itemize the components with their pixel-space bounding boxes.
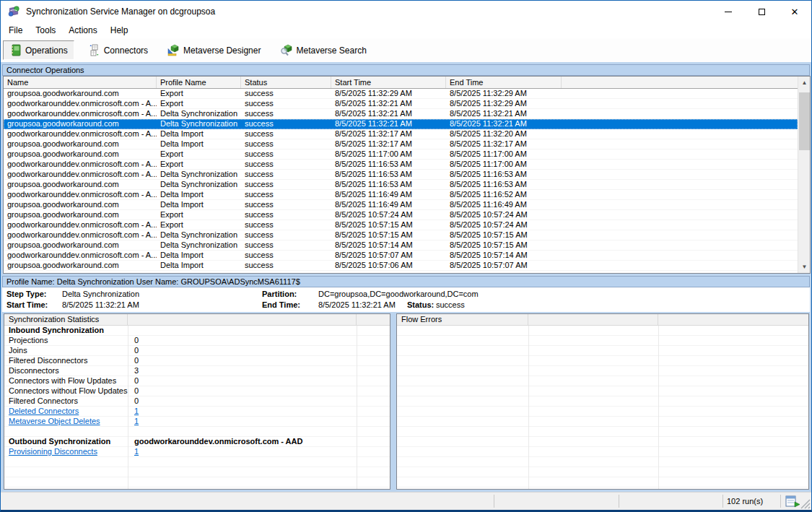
operations-button[interactable]: Operations xyxy=(3,40,74,60)
flow-errors-header-label[interactable]: Flow Errors xyxy=(397,314,528,325)
connectors-button[interactable]: Connectors xyxy=(82,40,154,60)
stat-label[interactable]: Provisioning Disconnects xyxy=(9,447,97,456)
table-cell: 8/5/2025 10:57:15 AM xyxy=(446,240,562,250)
stat-value: 0 xyxy=(134,346,139,355)
flow-errors-header-empty1 xyxy=(528,314,658,325)
resize-grip[interactable] xyxy=(800,499,811,509)
table-cell: Delta Synchronization xyxy=(157,109,241,118)
table-row[interactable]: goodworkarounddev.onmicrosoft.com - A...… xyxy=(4,160,798,170)
table-cell: groupsoa.goodworkaround.com xyxy=(4,200,157,209)
step-type-value: Delta Synchronization xyxy=(62,290,139,298)
menu-file[interactable]: File xyxy=(2,23,29,38)
table-row[interactable]: goodworkarounddev.onmicrosoft.com - A...… xyxy=(4,99,798,109)
table-row[interactable]: groupsoa.goodworkaround.comDelta Imports… xyxy=(4,200,798,210)
table-row[interactable]: groupsoa.goodworkaround.comDelta Imports… xyxy=(4,139,798,149)
statistics-header-empty1 xyxy=(128,314,357,325)
table-row[interactable]: goodworkarounddev.onmicrosoft.com - A...… xyxy=(4,220,798,230)
maximize-button[interactable] xyxy=(745,1,778,22)
statistics-header-label[interactable]: Synchronization Statistics xyxy=(4,314,128,325)
table-cell: goodworkarounddev.onmicrosoft.com - A... xyxy=(4,251,157,260)
stat-label[interactable]: Metaverse Object Deletes xyxy=(9,417,100,426)
table-row[interactable]: groupsoa.goodworkaround.comExportsuccess… xyxy=(4,89,798,99)
status-label: Status: xyxy=(407,300,434,309)
grid-line xyxy=(658,326,659,489)
table-cell: 8/5/2025 11:16:53 AM xyxy=(331,160,446,169)
scrollbar-thumb[interactable] xyxy=(799,92,810,150)
metaverse-search-button[interactable]: Metaverse Search xyxy=(274,40,372,60)
table-cell: success xyxy=(241,210,331,220)
column-header-name[interactable]: Name xyxy=(4,77,157,88)
menu-tools[interactable]: Tools xyxy=(29,23,62,38)
stat-value: 0 xyxy=(134,356,139,365)
stat-label: Connectors with Flow Updates xyxy=(9,376,116,386)
table-row[interactable]: groupsoa.goodworkaround.comExportsuccess… xyxy=(4,210,798,220)
table-cell: 8/5/2025 11:32:29 AM xyxy=(446,89,562,98)
table-row[interactable]: goodworkarounddev.onmicrosoft.com - A...… xyxy=(4,129,798,139)
vertical-scrollbar[interactable]: ▲ ▼ xyxy=(798,77,810,273)
table-cell: success xyxy=(241,230,331,240)
table-row[interactable]: goodworkarounddev.onmicrosoft.com - A...… xyxy=(4,109,798,119)
table-cell: 8/5/2025 10:57:14 AM xyxy=(331,240,446,250)
column-header-status[interactable]: Status xyxy=(241,77,331,88)
partition-label: Partition: xyxy=(262,290,297,298)
table-cell: groupsoa.goodworkaround.com xyxy=(4,240,157,250)
table-cell: 8/5/2025 10:57:06 AM xyxy=(331,261,446,270)
stat-label[interactable]: Deleted Connectors xyxy=(9,407,79,416)
status-value: success xyxy=(436,300,465,309)
scroll-down-arrow-icon[interactable]: ▼ xyxy=(798,261,811,273)
table-cell: 8/5/2025 10:57:24 AM xyxy=(446,210,562,220)
table-row[interactable]: goodworkarounddev.onmicrosoft.com - A...… xyxy=(4,230,798,240)
column-header-profile-name[interactable]: Profile Name xyxy=(157,77,241,88)
metaverse-designer-icon xyxy=(167,44,180,56)
table-row[interactable]: goodworkarounddev.onmicrosoft.com - A...… xyxy=(4,170,798,180)
table-row[interactable]: groupsoa.goodworkaround.comDelta Imports… xyxy=(4,261,798,271)
table-cell: success xyxy=(241,129,331,139)
close-button[interactable]: ✕ xyxy=(778,1,811,22)
minimize-button[interactable] xyxy=(712,1,745,22)
connector-operations-caption: Connector Operations xyxy=(2,64,810,76)
table-row[interactable]: groupsoa.goodworkaround.comExportsuccess… xyxy=(4,149,798,160)
table-cell: success xyxy=(241,240,331,250)
flow-errors-header-empty2 xyxy=(658,314,808,325)
run-history-icon[interactable] xyxy=(784,495,801,508)
table-cell: success xyxy=(241,220,331,230)
menu-help[interactable]: Help xyxy=(104,23,135,38)
stat-row xyxy=(4,427,390,437)
stat-label: Joins xyxy=(9,346,27,355)
table-cell: success xyxy=(241,89,331,98)
column-header-start-time[interactable]: Start Time xyxy=(331,77,446,88)
column-header-end-time[interactable]: End Time xyxy=(446,77,562,88)
operations-table-body: groupsoa.goodworkaround.comExportsuccess… xyxy=(4,89,798,273)
menu-actions[interactable]: Actions xyxy=(62,23,103,38)
start-time-value: 8/5/2025 11:32:21 AM xyxy=(62,300,139,309)
operations-book-icon xyxy=(9,44,22,56)
table-cell: 8/5/2025 10:57:24 AM xyxy=(331,210,446,220)
table-cell: 8/5/2025 11:32:29 AM xyxy=(446,99,562,108)
stat-value[interactable]: 1 xyxy=(134,447,139,456)
table-row[interactable]: goodworkarounddev.onmicrosoft.com - A...… xyxy=(4,190,798,200)
stat-row: Deleted Connectors1 xyxy=(4,407,390,417)
table-cell: Delta Synchronization xyxy=(157,240,241,250)
stat-value[interactable]: 1 xyxy=(134,407,139,416)
table-row[interactable]: groupsoa.goodworkaround.comDelta Synchro… xyxy=(4,180,798,190)
table-row[interactable]: groupsoa.goodworkaround.comDelta Synchro… xyxy=(4,240,798,251)
stat-value[interactable]: 1 xyxy=(134,417,139,426)
stat-label: Filtered Connectors xyxy=(9,396,78,406)
grid-line xyxy=(528,326,529,489)
table-cell: 8/5/2025 11:32:21 AM xyxy=(446,109,562,118)
window-title: Synchronization Service Manager on dcgro… xyxy=(26,6,215,17)
stat-row: Filtered Disconnectors0 xyxy=(4,356,390,366)
table-cell: Delta Synchronization xyxy=(157,119,241,129)
table-cell: success xyxy=(241,160,331,169)
scroll-up-arrow-icon[interactable]: ▲ xyxy=(798,77,811,89)
operations-button-label: Operations xyxy=(25,45,68,56)
table-row[interactable]: groupsoa.goodworkaround.comDelta Synchro… xyxy=(4,119,798,129)
flow-errors-panel-header: Flow Errors xyxy=(397,314,808,326)
table-cell: success xyxy=(241,109,331,118)
table-cell: goodworkarounddev.onmicrosoft.com - A... xyxy=(4,129,157,139)
table-row[interactable]: goodworkarounddev.onmicrosoft.com - A...… xyxy=(4,251,798,261)
table-cell: Delta Synchronization xyxy=(157,170,241,179)
metaverse-designer-button[interactable]: Metaverse Designer xyxy=(162,40,266,60)
stat-row: Provisioning Disconnects1 xyxy=(4,447,390,457)
table-cell: groupsoa.goodworkaround.com xyxy=(4,89,157,98)
